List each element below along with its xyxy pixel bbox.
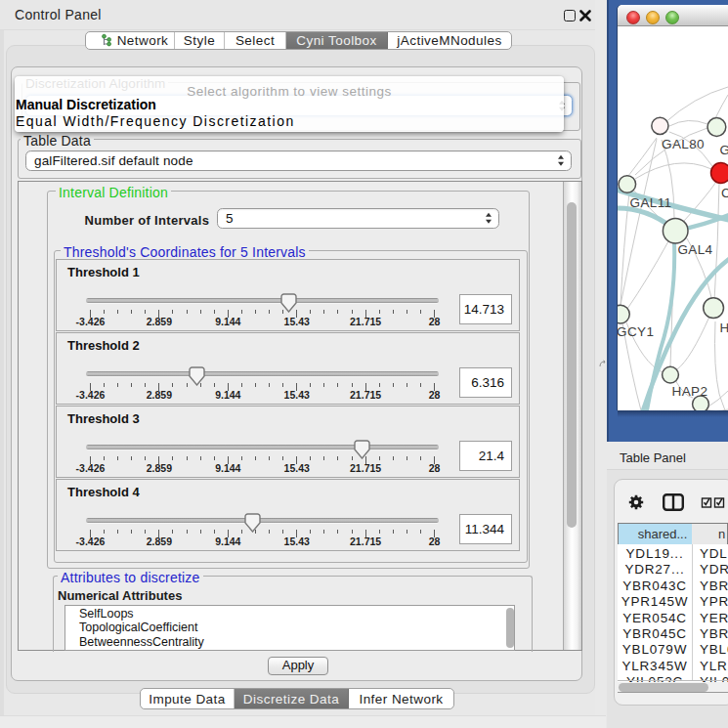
svg-text:HAP2: HAP2 [672, 384, 708, 399]
svg-text:GAL11: GAL11 [630, 195, 672, 210]
svg-text:GCY1: GCY1 [618, 324, 654, 339]
svg-text:H: H [719, 321, 728, 335]
svg-text:GAL4: GAL4 [677, 242, 712, 257]
svg-text:GA: GA [720, 143, 728, 157]
svg-text:C: C [721, 186, 728, 200]
svg-text:GAL80: GAL80 [662, 137, 705, 151]
